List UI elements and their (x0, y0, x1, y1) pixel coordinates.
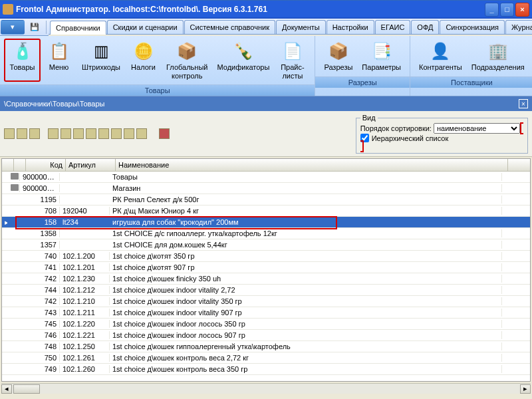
table-row[interactable]: 741102.1.2011st choice д\котят 907 гр (2, 262, 530, 273)
breadcrumb-bar: \Справочники\Товары\Товары × (0, 96, 532, 111)
tool-icon[interactable] (73, 128, 84, 139)
table-row[interactable]: 745102.1.2201st choice д\кошек indoor ло… (2, 319, 530, 330)
file-menu-button[interactable]: ▾ (1, 20, 25, 35)
table-row[interactable]: 742102.1.2301st choice д\кошек finicky 3… (2, 273, 530, 285)
ribbon-icon: 📑 (371, 41, 392, 62)
folder-icon (11, 173, 19, 180)
ribbon-глобальный-контроль[interactable]: 📦Глобальный контроль (162, 39, 212, 82)
tab-ofd[interactable]: ОФД (411, 20, 439, 34)
ribbon-group-label: Разрезы (315, 76, 410, 88)
tab-sync[interactable]: Синхронизация (440, 20, 505, 34)
ribbon-подразделения[interactable]: 🏢Подразделения (467, 39, 529, 74)
table-row[interactable]: ▸158lt234 игрушка для собак "крокодил" 2… (2, 217, 530, 228)
view-fieldset: Вид Порядок сортировки: наименование Иер… (356, 114, 528, 154)
tool-icon[interactable] (29, 128, 40, 139)
table-row[interactable]: 708192040 РК д\щ Макси Юниор 4 кг (2, 205, 530, 217)
tool-icon[interactable] (48, 128, 59, 139)
table-row[interactable]: 13581st CHOICE д/с гипоаллерг. утка/карт… (2, 228, 530, 239)
tool-icon[interactable] (17, 128, 27, 139)
col-code[interactable]: Код (26, 159, 66, 171)
ribbon-модификаторы[interactable]: 🍾Модификаторы (212, 39, 274, 82)
grid-header: Код Артикул Наименование (2, 159, 530, 172)
ribbon-group-label: Товары (0, 84, 315, 96)
grid-body[interactable]: 900000000Товары900000163Магазин1195 РК Р… (2, 172, 530, 380)
grid-toolbar: Вид Порядок сортировки: наименование Иер… (0, 111, 532, 157)
col-name[interactable]: Наименование (116, 159, 508, 171)
tool-icon[interactable] (159, 128, 170, 139)
ribbon-налоги[interactable]: 🪙Налоги (125, 39, 162, 82)
ribbon-разрезы[interactable]: 📦Разрезы (319, 39, 357, 74)
ribbon-меню[interactable]: 📋Меню (41, 39, 77, 82)
scroll-right-button[interactable]: ▸ (520, 384, 531, 394)
ribbon-icon: 📦 (328, 41, 349, 62)
hier-checkbox-label[interactable]: Иерархический список (360, 134, 523, 142)
table-row[interactable]: 748102.1.2501st choice д\кошек гиппоалер… (2, 341, 530, 352)
data-grid: Код Артикул Наименование 900000000Товары… (1, 158, 531, 382)
tool-icon[interactable] (86, 128, 96, 139)
ribbon-icon: 🧴 (12, 41, 33, 62)
window-title: Frontol Администратор. localhost:C:\fron… (16, 5, 483, 14)
tab-journal[interactable]: Журнал (505, 20, 532, 34)
close-button[interactable]: × (515, 3, 529, 17)
tool-icon[interactable] (61, 128, 71, 139)
ribbon-icon: 📋 (49, 41, 70, 62)
ribbon-прайс--листы[interactable]: 📄Прайс- листы (274, 39, 311, 82)
tool-icon[interactable] (124, 128, 134, 139)
table-row[interactable]: 740102.1.2001st choice д\котят 350 гр (2, 251, 530, 262)
sort-label: Порядок сортировки: (360, 124, 432, 132)
ribbon-icon: ▥ (90, 41, 112, 62)
close-panel-button[interactable]: × (519, 99, 528, 108)
table-row[interactable]: 13571st CHOICE для дом.кошек 5,44кг (2, 239, 530, 251)
maximize-button[interactable]: □ (500, 3, 514, 17)
table-row[interactable]: 750102.1.2611st choice д\кошек контроль … (2, 352, 530, 364)
tool-icon[interactable] (136, 128, 147, 139)
table-row[interactable]: 743102.1.2111st choice д\кошек indoor vi… (2, 307, 530, 319)
tab-discounts[interactable]: Скидки и сценарии (107, 20, 184, 34)
main-tabs: Справочники Скидки и сценарии Системные … (49, 19, 532, 35)
ribbon-icon: 🪙 (133, 41, 154, 62)
ribbon-group-label: Поставщики (410, 76, 532, 88)
tool-icon[interactable] (4, 128, 15, 139)
tab-system[interactable]: Системные справочник (184, 20, 275, 34)
tab-documents[interactable]: Документы (276, 20, 326, 34)
table-row[interactable]: 742102.1.2101st choice д\кошек indoor vi… (2, 296, 530, 307)
ribbon-контрагенты[interactable]: 👤Контрагенты (414, 39, 467, 74)
ribbon-товары[interactable]: 🧴Товары (4, 39, 41, 82)
titlebar: Frontol Администратор. localhost:C:\fron… (0, 0, 532, 19)
table-row[interactable]: 900000000Товары (2, 172, 530, 183)
breadcrumb: \Справочники\Товары\Товары (4, 100, 105, 108)
minimize-button[interactable]: _ (485, 3, 499, 17)
horizontal-scrollbar[interactable]: ◂ ▸ (1, 383, 531, 394)
sort-select[interactable]: наименование (434, 123, 520, 134)
ribbon-icon: 👤 (430, 41, 451, 62)
app-icon (3, 4, 13, 15)
ribbon-icon: 🏢 (487, 41, 509, 62)
tab-egais[interactable]: ЕГАИС (375, 20, 411, 34)
ribbon-icon: 📄 (282, 41, 303, 62)
table-row[interactable]: 746102.1.2211st choice д\кошек indoor ло… (2, 330, 530, 341)
hier-checkbox[interactable] (360, 134, 369, 142)
view-legend: Вид (360, 114, 378, 122)
tool-icon[interactable] (111, 128, 122, 139)
ribbon-icon: 📦 (176, 41, 198, 62)
tool-icon[interactable] (98, 128, 109, 139)
scroll-left-button[interactable]: ◂ (1, 384, 12, 394)
table-row[interactable]: 749102.1.2601st choice д\кошек контроль … (2, 364, 530, 375)
folder-icon (11, 184, 19, 191)
save-button[interactable]: 💾 (26, 20, 43, 35)
table-row[interactable]: 900000163Магазин (2, 183, 530, 194)
scroll-thumb[interactable] (13, 384, 40, 394)
col-article[interactable]: Артикул (66, 159, 116, 171)
ribbon: 🧴Товары📋Меню▥Штрихкоды🪙Налоги📦Глобальный… (0, 36, 532, 96)
table-row[interactable]: 744102.1.2121st choice д\кошек indoor vi… (2, 285, 530, 296)
tab-references[interactable]: Справочники (50, 21, 106, 35)
table-row[interactable]: 1195 РК Ренал Селект д/к 500г (2, 194, 530, 205)
ribbon-icon: 🍾 (233, 41, 254, 62)
quick-toolbar: ▾ 💾 (0, 19, 49, 36)
ribbon-параметры[interactable]: 📑Параметры (357, 39, 406, 74)
ribbon-штрихкоды[interactable]: ▥Штрихкоды (77, 39, 125, 82)
tab-settings[interactable]: Настройки (327, 20, 374, 34)
